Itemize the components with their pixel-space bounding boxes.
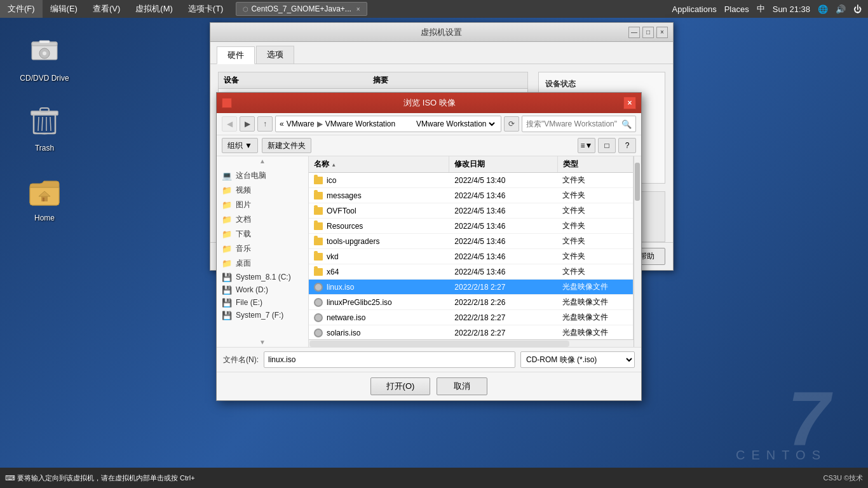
taskbar-hint: ⌨ 要将输入定向到该虚拟机，请在虚拟机内部单击或按 Ctrl+ — [5, 473, 195, 483]
file-row-4[interactable]: tools-upgraders2022/4/5 13:46文件夹 — [309, 234, 633, 249]
power-icon[interactable]: ⏻ — [853, 4, 862, 14]
desktop: 文件(F) 编辑(E) 查看(V) 虚拟机(M) 选项卡(T) ⬡ CentOS… — [0, 0, 868, 488]
organize-button[interactable]: 组织 ▼ — [222, 138, 258, 153]
col-header-device: 设备 — [224, 75, 373, 86]
sidebar-item-desktop[interactable]: 📁 桌面 — [217, 256, 308, 271]
file-date-col-4: 2022/4/5 13:46 — [449, 235, 557, 248]
vm-settings-titlebar: 虚拟机设置 — □ × — [210, 23, 673, 42]
trash-icon-desktop[interactable]: Trash — [19, 102, 70, 152]
file-row-0[interactable]: ico2022/4/5 13:40文件夹 — [309, 173, 633, 188]
work-d-drive-icon: 💾 — [222, 285, 232, 294]
menu-vm[interactable]: 虚拟机(M) — [128, 0, 180, 18]
dialog-nav-bar: ◀ ▶ ↑ « VMware ▶ VMware Workstation VMwa… — [217, 113, 641, 135]
col-header-type[interactable]: 类型 — [558, 156, 633, 172]
menu-view[interactable]: 查看(V) — [85, 0, 128, 18]
system-7-f-drive-icon: 💾 — [222, 311, 232, 320]
file-row-9[interactable]: netware.iso2022/2/18 2:27光盘映像文件 — [309, 310, 633, 325]
file-row-3[interactable]: Resources2022/4/5 13:46文件夹 — [309, 219, 633, 234]
back-button[interactable]: ◀ — [222, 116, 237, 132]
file-type-col-5: 文件夹 — [557, 249, 633, 264]
open-button[interactable]: 打开(O) — [370, 377, 431, 395]
home-icon-desktop[interactable]: Home — [19, 172, 70, 222]
sidebar-item-system-7-f[interactable]: 💾 System_7 (F:) — [217, 309, 308, 322]
col-header-date[interactable]: 修改日期 — [449, 156, 557, 172]
horizontal-scrollbar[interactable] — [309, 339, 634, 347]
folder-icon-1 — [314, 192, 323, 200]
breadcrumb-workstation[interactable]: VMware Workstation — [325, 119, 395, 128]
svg-rect-4 — [39, 41, 50, 43]
app-tab-close[interactable]: × — [356, 6, 360, 13]
menu-edit[interactable]: 编辑(E) — [43, 0, 85, 18]
sidebar-item-pictures[interactable]: 📁 图片 — [217, 198, 308, 212]
file-name-col-4: tools-upgraders — [309, 235, 449, 248]
location-dropdown[interactable]: VMware Workstation — [414, 119, 497, 129]
settings-tabs: 硬件 选项 — [210, 42, 673, 64]
sidebar-item-work-d[interactable]: 💾 Work (D:) — [217, 283, 308, 296]
tab-options[interactable]: 选项 — [256, 46, 294, 64]
folder-icon-6 — [314, 268, 323, 276]
folder-icon-3 — [314, 222, 323, 230]
centos-text: CENTOS — [736, 448, 827, 463]
keyboard-icon: ⌨ — [5, 474, 15, 482]
dialog-file-list: 名称 ▲ 修改日期 类型 ico2022/4/5 13:40文件夹message… — [309, 156, 634, 339]
sidebar-item-this-pc[interactable]: 💻 这台电脑 — [217, 168, 308, 183]
vertical-scrollbar[interactable] — [634, 156, 641, 347]
view-details-button[interactable]: □ — [598, 138, 616, 153]
music-folder-icon: 📁 — [222, 245, 232, 254]
file-row-7[interactable]: linux.iso2022/2/18 2:27光盘映像文件 — [309, 280, 633, 295]
datetime: Sun 21:38 — [773, 4, 810, 14]
trash-image — [25, 102, 64, 140]
forward-button[interactable]: ▶ — [240, 116, 255, 132]
close-button[interactable]: × — [656, 27, 668, 38]
sidebar-item-music[interactable]: 📁 音乐 — [217, 241, 308, 256]
trash-label: Trash — [35, 144, 54, 152]
cd-dvd-icon[interactable]: CD/DVD Drive — [19, 32, 70, 83]
sidebar-scroll-down[interactable]: ▼ — [217, 337, 308, 347]
help-icon-btn[interactable]: ? — [618, 138, 636, 153]
network-icon[interactable]: 🌐 — [818, 4, 828, 14]
cancel-button[interactable]: 取消 — [437, 377, 487, 395]
folder-icon-0 — [314, 177, 323, 184]
refresh-button[interactable]: ⟳ — [504, 116, 519, 132]
app-tab[interactable]: ⬡ CentOS_7_GNOME+Java+... × — [236, 2, 367, 16]
file-name-col-0: ico — [309, 174, 449, 187]
iso-icon-7 — [314, 283, 323, 292]
file-row-6[interactable]: x642022/4/5 13:46文件夹 — [309, 264, 633, 280]
iso-icon-9 — [314, 313, 323, 322]
breadcrumb-bar: « VMware ▶ VMware Workstation VMware Wor… — [275, 116, 501, 132]
file-row-1[interactable]: messages2022/4/5 13:46文件夹 — [309, 188, 633, 203]
this-pc-icon: 💻 — [222, 172, 232, 180]
col-header-name[interactable]: 名称 ▲ — [309, 156, 449, 172]
volume-icon[interactable]: 🔊 — [836, 4, 846, 14]
file-row-10[interactable]: solaris.iso2022/2/18 2:27光盘映像文件 — [309, 325, 633, 339]
sidebar-item-system-c[interactable]: 💾 System_8.1 (C:) — [217, 271, 308, 283]
places-menu[interactable]: Places — [724, 4, 749, 14]
maximize-button[interactable]: □ — [642, 27, 654, 38]
sidebar-scroll-up[interactable]: ▲ — [217, 156, 308, 166]
menu-file[interactable]: 文件(F) — [0, 0, 43, 18]
dialog-main-area: ▲ 💻 这台电脑 📁 视频 📁 图片 📁 — [217, 156, 641, 347]
file-row-8[interactable]: linuxPreGlibc25.iso2022/2/18 2:26光盘映像文件 — [309, 295, 633, 310]
filetype-select[interactable]: CD-ROM 映像 (*.iso)所有文件 (*.*) — [520, 351, 635, 368]
sort-arrow: ▲ — [331, 162, 336, 168]
browse-iso-close[interactable]: × — [623, 97, 636, 109]
sidebar-item-documents[interactable]: 📁 文档 — [217, 212, 308, 227]
tab-hardware[interactable]: 硬件 — [217, 46, 255, 64]
minimize-button[interactable]: — — [628, 27, 640, 38]
breadcrumb-prefix: « — [280, 119, 284, 128]
applications-menu[interactable]: Applications — [672, 4, 717, 14]
dialog-filename-bar: 文件名(N): CD-ROM 映像 (*.iso)所有文件 (*.*) — [217, 347, 641, 372]
file-name-col-7: linux.iso — [309, 281, 449, 294]
breadcrumb-vmware[interactable]: VMware — [287, 119, 315, 128]
sidebar-item-downloads[interactable]: 📁 下载 — [217, 227, 308, 241]
file-row-5[interactable]: vkd2022/4/5 13:46文件夹 — [309, 249, 633, 264]
sidebar-item-file-e[interactable]: 💾 File (E:) — [217, 296, 308, 309]
menu-tabs[interactable]: 选项卡(T) — [180, 0, 231, 18]
filename-input[interactable] — [264, 351, 515, 368]
up-button[interactable]: ↑ — [257, 116, 273, 132]
view-list-button[interactable]: ≡▼ — [578, 138, 595, 153]
search-input[interactable] — [526, 119, 621, 128]
sidebar-item-videos[interactable]: 📁 视频 — [217, 183, 308, 198]
file-row-2[interactable]: OVFTool2022/4/5 13:46文件夹 — [309, 203, 633, 219]
new-folder-button[interactable]: 新建文件夹 — [262, 138, 311, 153]
